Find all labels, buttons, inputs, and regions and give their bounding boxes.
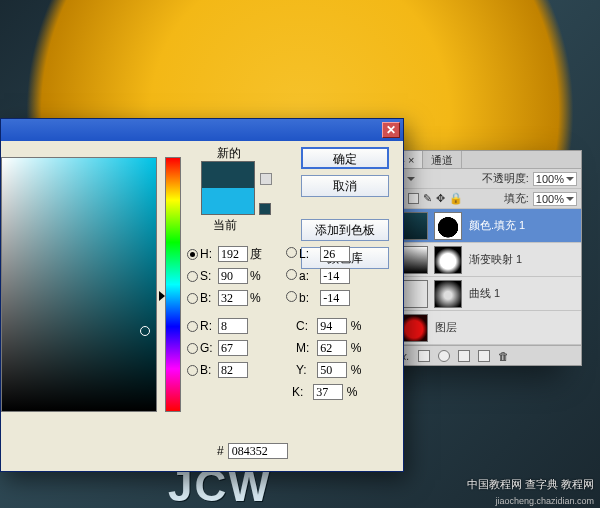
radio-bb[interactable] <box>187 365 198 376</box>
label-k: K: <box>292 385 310 399</box>
input-r[interactable] <box>218 318 248 334</box>
layer-label: 曲线 1 <box>469 286 500 301</box>
layer-thumbnail[interactable] <box>400 314 428 342</box>
layer-row-color-fill[interactable]: 颜色.填充 1 <box>375 209 581 243</box>
input-bb[interactable] <box>218 362 248 378</box>
color-value-fields: H: 度 L: S: % a: B: % b: R: C: % <box>187 243 361 403</box>
label-l: L: <box>299 247 317 261</box>
layer-row-gradient-map[interactable]: 渐变映射 1 <box>375 243 581 277</box>
input-g[interactable] <box>218 340 248 356</box>
lock-fill-row: 锁定: ✎ ✥ 🔒 填充: 100% <box>375 189 581 209</box>
hue-indicator-icon <box>159 291 165 301</box>
adjustment-icon[interactable] <box>438 350 450 362</box>
input-m[interactable] <box>317 340 347 356</box>
layer-thumbnail[interactable] <box>400 246 428 274</box>
watermark-url: jiaocheng.chazidian.com <box>495 496 594 506</box>
label-m: M: <box>296 341 314 355</box>
radio-r[interactable] <box>187 321 198 332</box>
dropdown-icon <box>566 197 574 201</box>
hue-slider[interactable] <box>165 157 181 412</box>
input-c[interactable] <box>317 318 347 334</box>
dropdown-icon <box>566 177 574 181</box>
input-s[interactable] <box>218 268 248 284</box>
tab-channels[interactable]: 通道 <box>423 151 462 168</box>
ok-button[interactable]: 确定 <box>301 147 389 169</box>
input-a[interactable] <box>320 268 350 284</box>
radio-b[interactable] <box>187 293 198 304</box>
layer-label: 图层 <box>435 320 457 335</box>
lock-move-icon[interactable]: ✥ <box>436 192 445 205</box>
layer-label: 颜色.填充 1 <box>469 218 525 233</box>
fill-label: 填充: <box>504 191 529 206</box>
layer-row-background[interactable]: 图层 <box>375 311 581 345</box>
dropdown-icon <box>407 177 415 181</box>
hex-row: # <box>217 443 288 459</box>
add-swatch-button[interactable]: 添加到色板 <box>301 219 389 241</box>
radio-l[interactable] <box>286 247 297 258</box>
label-g: G: <box>200 341 218 355</box>
input-lab-b[interactable] <box>320 290 350 306</box>
color-preview-swatch <box>201 161 255 215</box>
close-button[interactable]: ✕ <box>382 122 400 138</box>
lock-all-icon[interactable]: 🔒 <box>449 192 463 205</box>
layer-label: 渐变映射 1 <box>469 252 522 267</box>
input-k[interactable] <box>313 384 343 400</box>
radio-h[interactable] <box>187 249 198 260</box>
label-s: S: <box>200 269 218 283</box>
radio-s[interactable] <box>187 271 198 282</box>
current-color <box>202 188 254 214</box>
input-y[interactable] <box>317 362 347 378</box>
opacity-value[interactable]: 100% <box>533 172 577 186</box>
layer-thumbnail[interactable] <box>400 280 428 308</box>
label-a: a: <box>299 269 317 283</box>
new-color <box>202 162 254 188</box>
color-marker[interactable] <box>140 326 150 336</box>
label-b: B: <box>200 291 218 305</box>
blend-opacity-row: 柔光 不透明度: 100% <box>375 169 581 189</box>
input-hex[interactable] <box>228 443 288 459</box>
cancel-button[interactable]: 取消 <box>301 175 389 197</box>
radio-a[interactable] <box>286 269 297 280</box>
layer-row-curves[interactable]: 曲线 1 <box>375 277 581 311</box>
radio-g[interactable] <box>187 343 198 354</box>
lock-brush-icon[interactable]: ✎ <box>423 192 432 205</box>
label-bb: B: <box>200 363 218 377</box>
gamut-cube-icon[interactable] <box>260 173 272 185</box>
input-b[interactable] <box>218 290 248 306</box>
panel-tabs: 图层 × 通道 <box>375 151 581 169</box>
opacity-label: 不透明度: <box>482 171 529 186</box>
new-color-label: 新的 <box>201 145 257 162</box>
layer-mask-thumbnail[interactable] <box>434 212 462 240</box>
label-c: C: <box>296 319 314 333</box>
label-y: Y: <box>296 363 314 377</box>
watermark-text: 中国教程网 查字典 教程网 <box>467 477 594 492</box>
label-lab-b: b: <box>299 291 317 305</box>
layer-mask-thumbnail[interactable] <box>434 246 462 274</box>
input-h[interactable] <box>218 246 248 262</box>
layer-thumbnail[interactable] <box>400 212 428 240</box>
layer-mask-thumbnail[interactable] <box>434 280 462 308</box>
label-r: R: <box>200 319 218 333</box>
dialog-titlebar[interactable]: ✕ <box>1 119 403 141</box>
layer-list: 颜色.填充 1 渐变映射 1 曲线 1 图层 <box>375 209 581 345</box>
input-l[interactable] <box>320 246 350 262</box>
fill-value[interactable]: 100% <box>533 192 577 206</box>
current-color-label: 当前 <box>213 217 237 234</box>
lock-icons: ✎ ✥ 🔒 <box>408 192 463 205</box>
layers-footer: ⇆ fx. 🗑 <box>375 345 581 365</box>
folder-icon[interactable] <box>458 350 470 362</box>
color-field[interactable] <box>1 157 157 412</box>
lock-transparency-icon[interactable] <box>408 193 419 204</box>
new-layer-icon[interactable] <box>478 350 490 362</box>
trash-icon[interactable]: 🗑 <box>498 350 509 362</box>
color-picker-dialog: ✕ 新的 当前 确定 取消 添加到色板 颜色库 H: 度 L: <box>0 118 404 472</box>
websafe-swatch[interactable] <box>259 203 271 215</box>
mask-icon[interactable] <box>418 350 430 362</box>
radio-lab-b[interactable] <box>286 291 297 302</box>
layers-panel: 图层 × 通道 柔光 不透明度: 100% 锁定: ✎ ✥ 🔒 填充: 100%… <box>374 150 582 366</box>
hash-label: # <box>217 444 224 458</box>
label-h: H: <box>200 247 218 261</box>
